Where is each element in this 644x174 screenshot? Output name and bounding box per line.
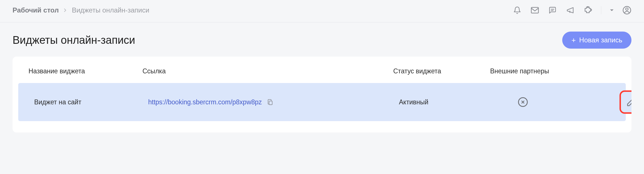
- copy-icon[interactable]: [267, 99, 273, 105]
- table-header: Название виджета Ссылка Статус виджета В…: [13, 57, 631, 83]
- separator: [601, 6, 601, 14]
- edit-button[interactable]: [619, 90, 631, 114]
- cell-link: https://booking.sbercrm.com/p8xpw8pz: [148, 98, 399, 106]
- mail-icon[interactable]: [530, 6, 539, 15]
- megaphone-icon[interactable]: [566, 6, 575, 15]
- topbar: Рабочий стол Виджеты онлайн-записи: [0, 0, 644, 22]
- pencil-icon: [626, 97, 631, 107]
- cell-actions: [610, 90, 631, 114]
- svg-rect-7: [269, 101, 272, 105]
- col-header-link: Ссылка: [142, 67, 393, 75]
- caret-down-icon[interactable]: [610, 9, 614, 12]
- cell-partners: [496, 97, 610, 107]
- breadcrumb: Рабочий стол Виджеты онлайн-записи: [13, 6, 149, 14]
- bell-icon[interactable]: [513, 6, 522, 15]
- page-title: Виджеты онлайн-записи: [13, 34, 135, 46]
- cell-name: Виджет на сайт: [34, 98, 148, 106]
- breadcrumb-current: Виджеты онлайн-записи: [72, 6, 149, 14]
- widget-link[interactable]: https://booking.sbercrm.com/p8xpw8pz: [148, 98, 262, 106]
- widgets-table: Название виджета Ссылка Статус виджета В…: [13, 57, 631, 132]
- chevron-right-icon: [64, 8, 67, 12]
- new-record-button[interactable]: + Новая запись: [562, 32, 631, 49]
- x-circle-icon[interactable]: [518, 97, 528, 107]
- col-header-name: Название виджета: [28, 67, 142, 75]
- user-icon[interactable]: [622, 6, 631, 15]
- table-card: Название виджета Ссылка Статус виджета В…: [13, 57, 631, 132]
- cell-status: Активный: [399, 98, 496, 106]
- chat-icon[interactable]: [548, 6, 557, 15]
- plus-icon: +: [571, 36, 576, 44]
- col-header-status: Статус виджета: [393, 67, 490, 75]
- breadcrumb-root[interactable]: Рабочий стол: [13, 6, 59, 14]
- topbar-icons: [513, 6, 631, 15]
- col-header-partners: Внешние партнеры: [490, 67, 604, 75]
- table-row[interactable]: Виджет на сайт https://booking.sbercrm.c…: [18, 83, 626, 121]
- page-header: Виджеты онлайн-записи + Новая запись: [0, 22, 644, 57]
- new-record-label: Новая запись: [579, 36, 622, 44]
- svg-point-6: [626, 8, 628, 11]
- puzzle-icon[interactable]: [583, 6, 592, 15]
- svg-rect-0: [531, 7, 539, 13]
- table-spacer: [13, 121, 631, 132]
